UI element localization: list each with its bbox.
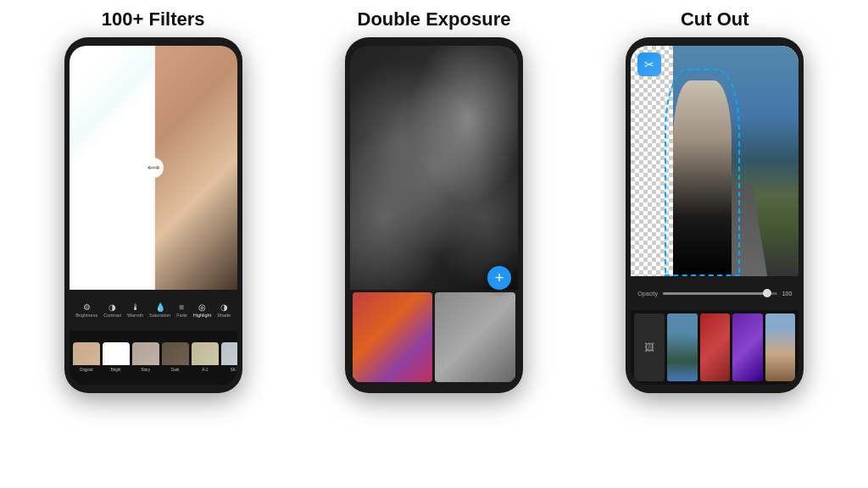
brightness-tool[interactable]: ⚙ Brightness bbox=[75, 302, 97, 318]
filter-bright[interactable]: Bright bbox=[103, 342, 130, 373]
app-logo: ✂ bbox=[637, 53, 661, 76]
add-photo-button[interactable]: + bbox=[487, 266, 511, 290]
opacity-value: 100 bbox=[782, 291, 793, 297]
highlight-label: Highlight bbox=[193, 313, 211, 318]
tools-bar: ⚙ Brightness ◑ Contrast 🌡 Warmth 💧 bbox=[70, 290, 237, 330]
flowers-overlay bbox=[350, 46, 518, 290]
saturation-tool[interactable]: 💧 Saturation bbox=[149, 302, 170, 318]
filter-story[interactable]: Story bbox=[132, 342, 159, 373]
double-exposure-title: Double Exposure bbox=[358, 8, 511, 30]
cutout-title: Cut Out bbox=[681, 8, 749, 30]
double-screen: + bbox=[350, 46, 518, 385]
filter-left bbox=[70, 46, 153, 290]
contrast-icon: ◑ bbox=[108, 302, 116, 312]
brightness-label: Brightness bbox=[75, 313, 97, 318]
fade-label: Fade bbox=[176, 313, 187, 318]
filter-sk1-label: SK-1 bbox=[221, 368, 237, 372]
filter-sk1[interactable]: SK-1 bbox=[221, 342, 237, 373]
cutout-main: ✂ Opacity 100 🖼 bbox=[631, 46, 798, 385]
opacity-thumb bbox=[763, 289, 771, 297]
filter-original-label: Original bbox=[73, 368, 100, 372]
gallery-item-mountain[interactable] bbox=[667, 313, 698, 381]
cutout-selection-outline bbox=[665, 69, 740, 276]
filters-phone: ⟺ ⚙ Brightness ◑ Contrast 🌡 bbox=[64, 37, 242, 393]
app-logo-icon: ✂ bbox=[644, 58, 654, 71]
cutout-phone: ✂ Opacity 100 🖼 bbox=[626, 37, 804, 393]
cutout-panel: Cut Out ✂ bbox=[579, 8, 851, 480]
filters-panel: 100+ Filters ⟺ ⚙ Brightnes bbox=[17, 8, 289, 480]
opacity-label: Opacity bbox=[637, 291, 658, 297]
gallery-icon: 🖼 bbox=[644, 341, 654, 353]
filter-divider-circle[interactable]: ⟺ bbox=[143, 158, 164, 178]
gallery-button[interactable]: 🖼 bbox=[634, 313, 665, 381]
opacity-fill bbox=[663, 292, 765, 295]
gallery-item-portrait[interactable] bbox=[765, 313, 796, 381]
cutout-canvas: ✂ bbox=[631, 46, 798, 276]
warmth-label: Warmth bbox=[127, 313, 143, 318]
filter-story-label: Story bbox=[132, 368, 159, 372]
highlight-tool[interactable]: ◎ Highlight bbox=[193, 302, 211, 318]
opacity-bar: Opacity 100 bbox=[631, 276, 798, 310]
saturation-label: Saturation bbox=[149, 313, 170, 318]
opacity-slider[interactable] bbox=[663, 292, 777, 295]
filter-screen: ⟺ ⚙ Brightness ◑ Contrast 🌡 bbox=[70, 46, 237, 385]
filter-original[interactable]: Original bbox=[73, 342, 100, 373]
app-container: 100+ Filters ⟺ ⚙ Brightnes bbox=[0, 0, 868, 488]
fade-icon: ≡ bbox=[180, 302, 185, 312]
filters-screen: ⟺ ⚙ Brightness ◑ Contrast 🌡 bbox=[70, 46, 237, 385]
double-exposure-panel: Double Exposure + bbox=[298, 8, 570, 480]
gallery-strip: 🖼 bbox=[631, 310, 798, 385]
filter-bright-label: Bright bbox=[103, 368, 130, 372]
contrast-label: Contrast bbox=[103, 313, 121, 318]
filter-strip: Original Bright Story Dark bbox=[70, 330, 237, 385]
filter-dark[interactable]: Dark bbox=[162, 342, 189, 373]
contrast-tool[interactable]: ◑ Contrast bbox=[103, 302, 121, 318]
highlight-icon: ◎ bbox=[198, 302, 206, 312]
filter-a1-label: A-1 bbox=[192, 368, 219, 372]
double-exposure-phone: + bbox=[345, 37, 523, 393]
divider-arrows-icon: ⟺ bbox=[147, 164, 159, 172]
double-strip bbox=[350, 290, 518, 385]
filter-right bbox=[153, 46, 237, 290]
double-thumb-flowers[interactable] bbox=[353, 292, 433, 382]
filters-title: 100+ Filters bbox=[102, 8, 205, 30]
warmth-tool[interactable]: 🌡 Warmth bbox=[127, 302, 143, 318]
double-thumb-portrait[interactable] bbox=[435, 292, 515, 382]
gallery-item-red[interactable] bbox=[700, 313, 731, 381]
cutout-screen: ✂ Opacity 100 🖼 bbox=[631, 46, 798, 385]
fade-tool[interactable]: ≡ Fade bbox=[176, 302, 187, 318]
filter-dark-label: Dark bbox=[162, 368, 189, 372]
warmth-icon: 🌡 bbox=[131, 302, 140, 312]
shade-icon: ◑ bbox=[220, 302, 228, 312]
filter-photo: ⟺ bbox=[70, 46, 237, 290]
double-main-photo bbox=[350, 46, 518, 290]
brightness-icon: ⚙ bbox=[83, 302, 91, 312]
double-exposure-screen: + bbox=[350, 46, 518, 385]
shade-tool[interactable]: ◑ Shade bbox=[217, 302, 231, 318]
filter-a1[interactable]: A-1 bbox=[192, 342, 219, 373]
shade-label: Shade bbox=[217, 313, 231, 318]
saturation-icon: 💧 bbox=[155, 302, 165, 312]
gallery-item-purple[interactable] bbox=[732, 313, 763, 381]
